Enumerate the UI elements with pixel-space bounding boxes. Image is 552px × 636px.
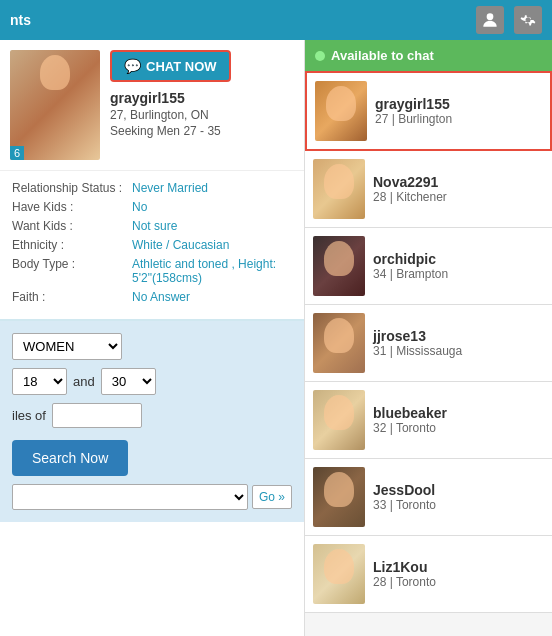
want-kids-value: Not sure: [132, 219, 177, 233]
body-type-value: Athletic and toned , Height: 5'2"(158cms…: [132, 257, 292, 285]
chat-list-item[interactable]: bluebeaker 32 | Toronto: [305, 382, 552, 459]
main-layout: 6 CHAT NOW graygirl155 27, Burlington, O…: [0, 40, 552, 636]
profile-seeking: Seeking Men 27 - 35: [110, 124, 294, 138]
chat-list-item[interactable]: Liz1Kou 28 | Toronto: [305, 536, 552, 613]
chat-avatar: [315, 81, 367, 141]
detail-row-ethnicity: Ethnicity : White / Caucasian: [12, 238, 292, 252]
chat-info: Liz1Kou 28 | Toronto: [373, 559, 544, 589]
chat-avatar: [313, 313, 365, 373]
profile-section: 6 CHAT NOW graygirl155 27, Burlington, O…: [0, 40, 304, 171]
detail-row-faith: Faith : No Answer: [12, 290, 292, 304]
chat-user-name: orchidpic: [373, 251, 544, 267]
user-avatar-icon[interactable]: [476, 6, 504, 34]
chat-info: orchidpic 34 | Brampton: [373, 251, 544, 281]
age-from-select[interactable]: 18 20 25: [12, 368, 67, 395]
profile-age-location: 27, Burlington, ON: [110, 108, 294, 122]
relationship-value: Never Married: [132, 181, 208, 195]
want-kids-label: Want Kids :: [12, 219, 132, 233]
detail-row-want-kids: Want Kids : Not sure: [12, 219, 292, 233]
chat-info: bluebeaker 32 | Toronto: [373, 405, 544, 435]
chat-avatar: [313, 390, 365, 450]
chat-user-sub: 28 | Kitchener: [373, 190, 544, 204]
chat-user-name: bluebeaker: [373, 405, 544, 421]
chat-user-sub: 27 | Burlington: [375, 112, 542, 126]
age-row: 18 20 25 and 25 30 35 40: [12, 368, 292, 395]
have-kids-value: No: [132, 200, 147, 214]
chat-avatar: [313, 467, 365, 527]
miles-row: iles of: [12, 403, 292, 428]
gender-select[interactable]: WOMEN MEN: [12, 333, 122, 360]
chat-info: jjrose13 31 | Mississauga: [373, 328, 544, 358]
profile-info: CHAT NOW graygirl155 27, Burlington, ON …: [110, 50, 294, 160]
top-bar: nts: [0, 0, 552, 40]
miles-label: iles of: [12, 408, 46, 423]
chat-user-name: Nova2291: [373, 174, 544, 190]
chat-info: JessDool 33 | Toronto: [373, 482, 544, 512]
chat-user-name: JessDool: [373, 482, 544, 498]
ethnicity-value: White / Caucasian: [132, 238, 229, 252]
body-type-label: Body Type :: [12, 257, 132, 285]
chat-list-item[interactable]: orchidpic 34 | Brampton: [305, 228, 552, 305]
chat-info: graygirl155 27 | Burlington: [375, 96, 542, 126]
chat-list-item[interactable]: JessDool 33 | Toronto: [305, 459, 552, 536]
chat-now-button[interactable]: CHAT NOW: [110, 50, 231, 82]
age-to-select[interactable]: 25 30 35 40: [101, 368, 156, 395]
search-now-button[interactable]: Search Now: [12, 440, 128, 476]
chat-list: graygirl155 27 | Burlington Nova2291 28 …: [305, 71, 552, 631]
bottom-row: Go »: [12, 484, 292, 510]
chat-user-sub: 33 | Toronto: [373, 498, 544, 512]
ethnicity-label: Ethnicity :: [12, 238, 132, 252]
online-indicator: [315, 51, 325, 61]
available-to-chat-label: Available to chat: [331, 48, 434, 63]
miles-input[interactable]: [52, 403, 142, 428]
chat-user-name: graygirl155: [375, 96, 542, 112]
chat-avatar: [313, 544, 365, 604]
detail-row-relationship: Relationship Status : Never Married: [12, 181, 292, 195]
search-button-row: Search Now: [12, 436, 292, 476]
chat-list-item[interactable]: graygirl155 27 | Burlington: [305, 71, 552, 151]
gender-row: WOMEN MEN: [12, 333, 292, 360]
chat-user-name: Liz1Kou: [373, 559, 544, 575]
go-button[interactable]: Go »: [252, 485, 292, 509]
chat-user-sub: 32 | Toronto: [373, 421, 544, 435]
chat-sidebar-header: Available to chat: [305, 40, 552, 71]
chat-user-name: jjrose13: [373, 328, 544, 344]
svg-point-0: [487, 13, 494, 20]
relationship-label: Relationship Status :: [12, 181, 132, 195]
right-panel: Available to chat graygirl155 27 | Burli…: [305, 40, 552, 636]
details-section: Relationship Status : Never Married Have…: [0, 171, 304, 321]
chat-list-item[interactable]: jjrose13 31 | Mississauga: [305, 305, 552, 382]
chat-avatar: [313, 159, 365, 219]
chat-info: Nova2291 28 | Kitchener: [373, 174, 544, 204]
profile-photo: 6: [10, 50, 100, 160]
faith-value: No Answer: [132, 290, 190, 304]
profile-name: graygirl155: [110, 90, 294, 106]
chat-user-sub: 31 | Mississauga: [373, 344, 544, 358]
photo-count-badge: 6: [10, 146, 24, 160]
chat-user-sub: 28 | Toronto: [373, 575, 544, 589]
have-kids-label: Have Kids :: [12, 200, 132, 214]
left-panel: 6 CHAT NOW graygirl155 27, Burlington, O…: [0, 40, 305, 636]
chat-user-sub: 34 | Brampton: [373, 267, 544, 281]
faith-label: Faith :: [12, 290, 132, 304]
top-bar-title: nts: [10, 12, 466, 28]
chat-list-item[interactable]: Nova2291 28 | Kitchener: [305, 151, 552, 228]
bottom-select[interactable]: [12, 484, 248, 510]
chat-avatar: [313, 236, 365, 296]
detail-row-have-kids: Have Kids : No: [12, 200, 292, 214]
search-section: WOMEN MEN 18 20 25 and 25 30 35 40: [0, 321, 304, 522]
detail-row-body-type: Body Type : Athletic and toned , Height:…: [12, 257, 292, 285]
settings-icon[interactable]: [514, 6, 542, 34]
and-label: and: [73, 374, 95, 389]
